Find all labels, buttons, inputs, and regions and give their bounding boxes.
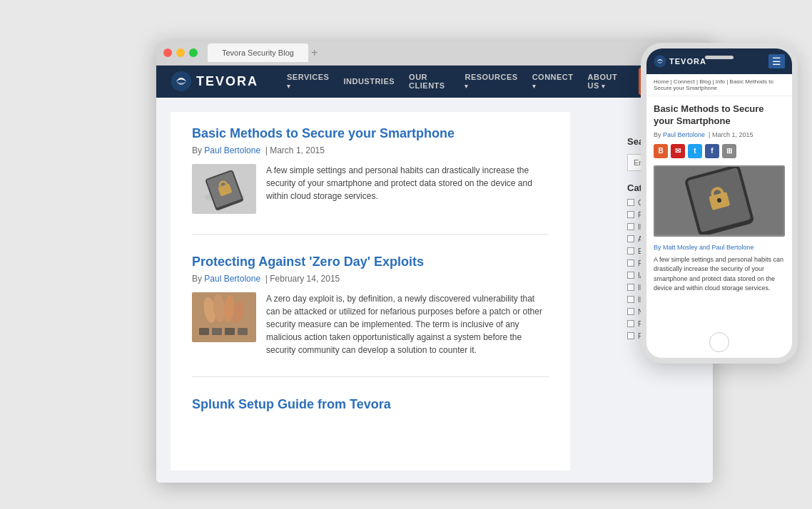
page-content: Basic Methods to Secure your Smartphone … (156, 98, 713, 483)
svg-rect-14 (238, 328, 248, 335)
nav-services[interactable]: SERVICES (287, 73, 329, 90)
twitter-icon[interactable]: t (688, 144, 702, 158)
browser-tab-area: Tevora Security Blog + (208, 43, 706, 62)
logo-text: TEVORA (196, 74, 258, 89)
phone-authors-text: By Matt Mosley and Paul Bertolone (654, 244, 754, 251)
phone-logo-icon (654, 55, 666, 68)
browser-tab[interactable]: Tevora Security Blog (208, 43, 308, 62)
nav-about[interactable]: ABOUT US (588, 73, 624, 90)
browser-window: Tevora Security Blog + TEVORA SERVICES I… (156, 41, 713, 483)
browser-tab-label: Tevora Security Blog (222, 48, 294, 57)
category-checkbox-auth[interactable] (627, 235, 634, 242)
category-checkbox-news[interactable] (627, 308, 634, 315)
post-2-meta: By Paul Bertolone | February 14, 2015 (192, 274, 549, 284)
phone-post-author[interactable]: Paul Bertolone (663, 131, 705, 138)
nav-links: SERVICES INDUSTRIES OUR CLIENTS RESOURCE… (287, 68, 699, 95)
category-checkbox-incident1[interactable] (627, 223, 634, 230)
nav-connect[interactable]: CONNECT (532, 73, 574, 90)
phone-smartphone-illustration (655, 167, 783, 235)
blog-post-2: Protecting Against 'Zero Day' Exploits B… (192, 254, 549, 377)
category-checkbox-risk[interactable] (627, 211, 634, 218)
phone-speaker (705, 56, 734, 59)
phone-post-text: A few simple settings and personal habit… (654, 255, 785, 294)
category-checkbox-info[interactable] (627, 296, 634, 303)
phone-logo: TEVORA (654, 55, 706, 68)
new-tab-button[interactable]: + (311, 46, 318, 59)
blog-post-1: Basic Methods to Secure your Smartphone … (192, 126, 549, 235)
blogger-icon[interactable]: B (654, 144, 668, 158)
print-icon[interactable]: ⊞ (722, 144, 736, 158)
phone-menu-icon[interactable]: ☰ (768, 54, 785, 68)
category-checkbox-pci[interactable] (627, 332, 634, 339)
logo-icon (171, 71, 192, 92)
phone-authors: By Matt Mosley and Paul Bertolone (654, 244, 785, 251)
category-checkbox-enterprise[interactable] (627, 247, 634, 254)
phone-content: Basic Methods to Secure your Smartphone … (646, 96, 792, 301)
blog-post-3: Splunk Setup Guide from Tevora (192, 397, 549, 436)
browser-minimize-btn[interactable] (176, 48, 185, 57)
svg-rect-11 (199, 328, 209, 335)
category-checkbox-general[interactable] (627, 199, 634, 206)
post-1-meta: By Paul Bertolone | March 1, 2015 (192, 145, 549, 155)
post-2-excerpt: A zero day exploit is, by definition, a … (266, 292, 549, 356)
browser-chrome: Tevora Security Blog + (156, 41, 713, 66)
post-1-author[interactable]: Paul Bertolone (204, 145, 260, 155)
phone-post-title[interactable]: Basic Methods to Secure your Smartphone (654, 103, 785, 128)
category-checkbox-pabp[interactable] (627, 320, 634, 327)
post-1-excerpt: A few simple settings and personal habit… (266, 164, 549, 214)
navbar: TEVORA SERVICES INDUSTRIES OUR CLIENTS R… (156, 66, 713, 98)
post-3-title[interactable]: Splunk Setup Guide from Tevora (192, 397, 549, 412)
phone-container: TEVORA ☰ Home | Connect | Blog | Info | … (641, 43, 798, 364)
post-1-title[interactable]: Basic Methods to Secure your Smartphone (192, 126, 549, 141)
post-2-title[interactable]: Protecting Against 'Zero Day' Exploits (192, 254, 549, 269)
svg-point-15 (654, 56, 666, 68)
phone-home-button[interactable] (709, 332, 729, 352)
category-checkbox-file[interactable] (627, 259, 634, 267)
smartphone-lock-illustration (198, 165, 251, 212)
post-2-author[interactable]: Paul Bertolone (204, 274, 260, 284)
nav-industries[interactable]: INDUSTRIES (343, 77, 395, 86)
mobile-phone: TEVORA ☰ Home | Connect | Blog | Info | … (641, 43, 798, 364)
phone-screen: TEVORA ☰ Home | Connect | Blog | Info | … (646, 48, 792, 358)
svg-rect-12 (212, 328, 222, 335)
category-checkbox-incident2[interactable] (627, 284, 634, 291)
category-checkbox-iam[interactable] (627, 272, 634, 279)
nav-our-clients[interactable]: OUR CLIENTS (409, 73, 450, 90)
svg-point-0 (171, 71, 191, 91)
nav-resources[interactable]: RESOURCES (465, 73, 517, 90)
facebook-icon[interactable]: f (705, 144, 719, 158)
browser-close-btn[interactable] (163, 48, 172, 57)
post-1-body: A few simple settings and personal habit… (192, 164, 549, 214)
post-2-body: A zero day exploit is, by definition, a … (192, 292, 549, 356)
email-icon[interactable]: ✉ (671, 144, 685, 158)
phone-breadcrumb-text: Home | Connect | Blog | Info | Basic Met… (654, 78, 773, 91)
phone-post-image (654, 165, 785, 237)
phone-breadcrumb: Home | Connect | Blog | Info | Basic Met… (646, 74, 792, 96)
phone-post-date: March 1, 2015 (712, 131, 753, 138)
website: TEVORA SERVICES INDUSTRIES OUR CLIENTS R… (156, 66, 713, 483)
post-1-image (192, 164, 256, 214)
logo-area: TEVORA (171, 71, 258, 92)
social-icons: B ✉ t f ⊞ (654, 144, 785, 158)
phone-navbar: TEVORA ☰ (646, 48, 792, 74)
phone-logo-text: TEVORA (669, 57, 706, 66)
phone-post-meta: By Paul Bertolone | March 1, 2015 (654, 131, 785, 138)
post-2-image (192, 292, 256, 342)
browser-maximize-btn[interactable] (189, 48, 198, 57)
post-2-date: February 14, 2015 (270, 274, 340, 284)
post-1-date: March 1, 2015 (270, 145, 325, 155)
svg-rect-13 (225, 328, 235, 335)
blog-list: Basic Methods to Secure your Smartphone … (171, 112, 570, 471)
keyboard-illustration (192, 292, 256, 342)
